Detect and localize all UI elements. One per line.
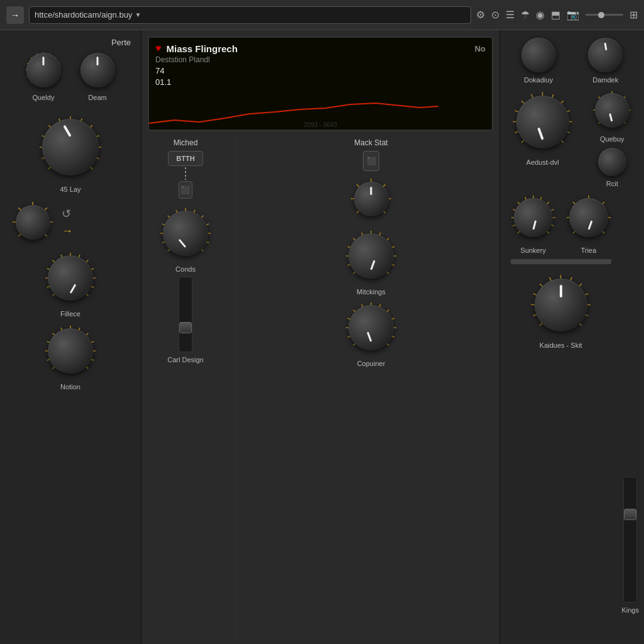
notion-knob-container: Notion: [42, 323, 99, 391]
right-top-row: Dokadiuy Damdek: [505, 35, 639, 89]
plugin-container: Perte: [0, 30, 644, 644]
switch-indicator[interactable]: ⬛: [179, 181, 192, 199]
rcit-label: Rcit: [606, 180, 618, 187]
mack-stat-knob-top[interactable]: [354, 182, 389, 216]
carl-design-fader-track[interactable]: [179, 277, 192, 352]
dokadiuy-label: Dokadiuy: [524, 76, 553, 84]
aedust-dvl-knob[interactable]: [516, 96, 569, 148]
url-dropdown-icon: ▼: [135, 11, 141, 18]
deam-knob[interactable]: [80, 53, 115, 87]
display-subtitle: Deststion Plandl: [155, 55, 486, 64]
conds-knob-container: Conds: [157, 205, 214, 273]
h-bar: [511, 259, 611, 264]
switch-ind-icon: ⬛: [180, 186, 190, 194]
queldy-label: Queldy: [33, 94, 55, 101]
lay45-knob-container: 45 Lay: [36, 113, 105, 193]
carl-design-label: Carl Design: [167, 356, 203, 364]
main-area: Perte: [0, 30, 644, 644]
copuiner-label: Copuiner: [357, 360, 386, 367]
display-tag2: 2093 - 9643: [304, 121, 337, 128]
display-track-name: Miass Flingrech: [167, 43, 238, 54]
rcit-knob-container: Rcit: [598, 148, 626, 187]
queldy-knob[interactable]: [26, 53, 61, 87]
queldy-knob-container: Queldy: [23, 50, 64, 101]
mack-stat-switch-icon: ⬛: [367, 157, 376, 165]
sunkery-label: Sunkery: [521, 247, 546, 254]
center-controls-area: Miched BTTH ⬛: [148, 136, 493, 638]
damdek-knob[interactable]: [588, 38, 623, 72]
browser-icons: ⚙ ⊙ ☰ ☂ ◉ ⬒ 📷 ⊞: [476, 9, 638, 21]
loop-icon: ↺: [62, 207, 73, 221]
sunkery-triea-col: Sunkery: [505, 192, 616, 639]
quebuy-rcit-col: Quebuy Rcit: [586, 89, 639, 187]
notion-knob[interactable]: [48, 328, 93, 374]
miched-label: Miched: [174, 138, 198, 147]
display-heart-icon: ♥: [155, 43, 162, 54]
mitckings-label: Mitckings: [357, 288, 386, 296]
miched-col: Miched BTTH ⬛: [148, 136, 223, 638]
center-divider: [236, 136, 236, 638]
mitckings-knob-container: Mitckings: [343, 228, 399, 296]
sunkery-knob[interactable]: [514, 198, 553, 237]
display-title-row: ♥ Miass Flingrech No: [155, 43, 486, 54]
aedust-dvl-knob-container: Aedust-dvl: [505, 89, 580, 166]
dokadiuy-knob-container: Dokadiuy: [521, 38, 556, 84]
grid-icon[interactable]: ⊞: [630, 9, 638, 21]
deam-label: Deam: [88, 94, 106, 101]
kaidues-skit-knob-container: Kaidues - Skit: [528, 272, 594, 349]
conds-label: Conds: [175, 265, 196, 273]
kings-fader-track[interactable]: [623, 477, 637, 602]
right-panel: Dokadiuy Damdek: [499, 30, 644, 644]
umbrella-icon[interactable]: ☂: [521, 9, 530, 21]
zoom-slider[interactable]: [586, 14, 623, 16]
export-icon[interactable]: ⬒: [551, 9, 560, 21]
kings-label: Kings: [621, 606, 639, 614]
sunkery-triea-row: Sunkery: [505, 192, 616, 254]
fillece-knob-container: Fillece: [42, 250, 99, 318]
lay45-label: 45 Lay: [60, 186, 80, 193]
display-screen: ♥ Miass Flingrech No Deststion Plandl 74…: [148, 36, 493, 131]
url-text: httce/shardoticam/aign.buy: [35, 10, 132, 19]
browser-back-button[interactable]: →: [6, 6, 24, 24]
settings-icon[interactable]: ⚙: [476, 9, 485, 21]
mack-stat-col: Mack Stat ⬛: [249, 136, 493, 638]
damdek-knob-container: Damdek: [588, 38, 623, 84]
display-value1: 74: [155, 66, 486, 75]
display-graph: [149, 86, 438, 130]
kings-fader-thumb[interactable]: [624, 509, 636, 520]
kaidues-skit-knob[interactable]: [535, 279, 587, 331]
mack-stat-label: Mack Stat: [354, 138, 387, 147]
kings-fader-container: Kings: [621, 477, 639, 614]
sunkery-knob-container: Sunkery: [508, 192, 558, 254]
carl-design-fader-container: Carl Design: [167, 277, 203, 638]
dot-icon[interactable]: ◉: [536, 9, 545, 21]
fillece-knob[interactable]: [48, 255, 93, 301]
triea-knob[interactable]: [569, 198, 608, 237]
conds-knob[interactable]: [163, 211, 208, 256]
carl-design-fader-thumb[interactable]: [179, 322, 192, 333]
damdek-label: Damdek: [592, 76, 618, 84]
dokadiuy-knob[interactable]: [521, 38, 556, 72]
triea-knob-container: Triea: [564, 192, 614, 254]
copuiner-knob-container: Copuiner: [343, 299, 399, 367]
url-bar[interactable]: httce/shardoticam/aign.buy ▼: [29, 6, 471, 24]
quebuy-label: Quebuy: [600, 135, 625, 143]
left-panel: Perte: [0, 30, 142, 644]
lay45-knob[interactable]: [42, 119, 99, 175]
camera-icon[interactable]: 📷: [567, 9, 579, 21]
mid-left-knob[interactable]: [16, 205, 50, 240]
notion-label: Notion: [60, 383, 80, 391]
deam-knob-container: Deam: [77, 50, 118, 101]
aedust-dvl-label: Aedust-dvl: [526, 158, 559, 166]
triea-label: Triea: [580, 247, 596, 254]
menu-icon[interactable]: ☰: [506, 9, 514, 21]
quebuy-knob[interactable]: [595, 93, 630, 128]
copuiner-knob[interactable]: [348, 305, 394, 350]
btth-button[interactable]: BTTH: [168, 151, 203, 166]
mitckings-knob[interactable]: [348, 233, 394, 279]
mack-stat-switch[interactable]: ⬛: [363, 151, 379, 171]
circle-icon[interactable]: ⊙: [491, 9, 499, 21]
fillece-label: Fillece: [60, 310, 80, 318]
rcit-knob[interactable]: [598, 148, 626, 176]
miched-switch: BTTH ⬛: [168, 151, 203, 199]
